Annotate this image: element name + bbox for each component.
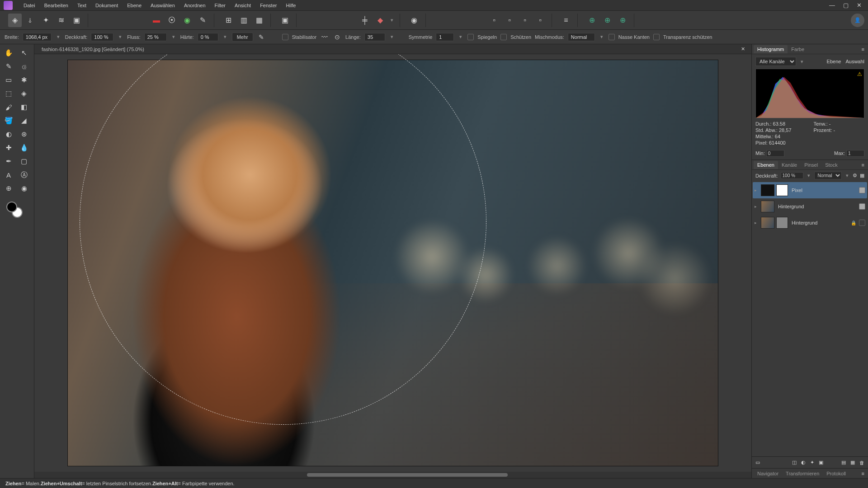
width-dropdown-icon[interactable]: ▾ bbox=[55, 34, 61, 40]
persona-export-icon[interactable]: ▣ bbox=[70, 14, 83, 27]
menu-anordnen[interactable]: Anordnen bbox=[179, 1, 210, 10]
arrange-dropdown-icon[interactable]: ▾ bbox=[389, 17, 395, 23]
align-icon[interactable]: ╪ bbox=[358, 14, 372, 27]
color-picker-icon[interactable]: ◉ bbox=[16, 182, 32, 195]
length-input[interactable] bbox=[364, 33, 385, 41]
mirror-checkbox[interactable] bbox=[467, 34, 474, 40]
persona-liquify-icon[interactable]: ⫰ bbox=[24, 14, 37, 27]
window-mode-icon[interactable]: ⊙ bbox=[333, 33, 342, 42]
more-button[interactable]: Mehr bbox=[232, 33, 253, 42]
layer-fx-icon[interactable]: ▭ bbox=[755, 460, 760, 465]
zoom-tool-icon[interactable]: ⊕ bbox=[1, 182, 16, 195]
menu-dokument[interactable]: Dokument bbox=[91, 1, 123, 10]
move-tool-icon[interactable]: ↖ bbox=[16, 46, 32, 60]
smart-select-icon[interactable]: ◈ bbox=[16, 87, 32, 100]
anchor-icon[interactable]: ≡ bbox=[559, 14, 573, 27]
brush-settings-icon[interactable]: ✎ bbox=[257, 33, 266, 42]
grid-row-icon[interactable]: ▦ bbox=[252, 14, 266, 27]
alpha-checkbox[interactable] bbox=[653, 34, 660, 40]
opacity-input[interactable] bbox=[91, 33, 113, 41]
canvas[interactable] bbox=[34, 54, 751, 472]
layer-mask-thumb[interactable] bbox=[776, 217, 788, 229]
layer-row[interactable]: ▸ Pixel bbox=[753, 182, 867, 198]
menu-text[interactable]: Text bbox=[73, 1, 91, 10]
document-tab[interactable]: fashion-6146328_1920.jpg [Geändert] (75.… bbox=[37, 45, 149, 53]
eyedropper-icon[interactable]: ⦿ bbox=[165, 14, 179, 27]
menu-auswaehlen[interactable]: Auswählen bbox=[146, 1, 179, 10]
menu-ebene[interactable]: Ebene bbox=[123, 1, 146, 10]
erase-tool-icon[interactable]: ◧ bbox=[16, 100, 32, 114]
add-layer-icon[interactable]: ⊕ bbox=[585, 14, 599, 27]
shape-tool-icon[interactable]: ▢ bbox=[16, 155, 32, 168]
minimize-icon[interactable]: — bbox=[829, 2, 835, 9]
persona-develop-icon[interactable]: ✦ bbox=[39, 14, 52, 27]
layers-panel-menu-icon[interactable]: ≡ bbox=[860, 162, 866, 168]
hardness-dropdown-icon[interactable]: ▾ bbox=[222, 34, 228, 40]
wet-checkbox[interactable] bbox=[609, 34, 615, 40]
mask-icon[interactable]: ▣ bbox=[278, 14, 292, 27]
layer-opacity-input[interactable] bbox=[781, 172, 803, 179]
menu-fenster[interactable]: Fenster bbox=[255, 1, 281, 10]
tab-kanaele[interactable]: Kanäle bbox=[778, 161, 801, 169]
layer-lock-icon[interactable]: 🔒 bbox=[850, 221, 857, 225]
add-layer2-icon[interactable]: ⊕ bbox=[600, 14, 614, 27]
max-input[interactable] bbox=[846, 150, 864, 157]
node-tool-icon[interactable]: ✎ bbox=[1, 60, 16, 73]
order-forward-icon[interactable]: ▫ bbox=[518, 14, 532, 27]
bottom-panel-menu-icon[interactable]: ≡ bbox=[860, 471, 866, 476]
grid-dots-icon[interactable]: ⊞ bbox=[222, 14, 235, 27]
symmetry-input[interactable] bbox=[436, 33, 454, 41]
menu-filter[interactable]: Filter bbox=[210, 1, 230, 10]
layer-expand-icon[interactable]: ▸ bbox=[755, 188, 759, 192]
layer-opt1-icon[interactable]: ⚙ bbox=[853, 173, 857, 178]
swatch-red-icon[interactable]: ▬ bbox=[150, 14, 163, 27]
hist-layer-link[interactable]: Ebene bbox=[827, 59, 841, 64]
length-dropdown-icon[interactable]: ▾ bbox=[389, 34, 395, 40]
heal-tool-icon[interactable]: ✚ bbox=[1, 141, 16, 155]
layer-mask-add-icon[interactable]: ◫ bbox=[792, 460, 797, 465]
gradient-tool-icon[interactable]: ◢ bbox=[16, 114, 32, 127]
layer-row[interactable]: ▸ Hintergrund bbox=[753, 198, 867, 215]
layer-visibility-checkbox[interactable] bbox=[859, 220, 865, 226]
horizontal-scrollbar[interactable] bbox=[34, 472, 751, 478]
layer-adj-icon[interactable]: ◐ bbox=[801, 460, 806, 465]
select-brush-icon[interactable]: ✱ bbox=[16, 73, 32, 87]
tab-transformieren[interactable]: Transformieren bbox=[782, 469, 823, 478]
layer-visibility-checkbox[interactable] bbox=[859, 187, 865, 193]
persona-photo-icon[interactable]: ◈ bbox=[8, 14, 22, 27]
color-swatch[interactable] bbox=[6, 202, 23, 218]
layer-add-icon[interactable]: ▤ bbox=[841, 460, 846, 465]
tab-farbe[interactable]: Farbe bbox=[788, 45, 808, 53]
hist-selection-link[interactable]: Auswahl bbox=[845, 59, 864, 64]
layer-visibility-checkbox[interactable] bbox=[859, 203, 865, 210]
paintbrush-icon[interactable]: 🖌 bbox=[1, 100, 16, 114]
layer-delete-icon[interactable]: 🗑 bbox=[859, 460, 864, 465]
crop-tool-icon[interactable]: ⟃ bbox=[16, 60, 32, 73]
close-icon[interactable]: ✕ bbox=[857, 2, 862, 9]
layer-group-icon[interactable]: ▣ bbox=[819, 460, 823, 465]
layer-name[interactable]: Hintergrund bbox=[776, 204, 857, 209]
tab-stock[interactable]: Stock bbox=[821, 161, 841, 169]
layer-add-pixel-icon[interactable]: ▦ bbox=[850, 460, 855, 465]
tab-pinsel[interactable]: Pinsel bbox=[801, 161, 821, 169]
layer-row[interactable]: ▸ Hintergrund 🔒 bbox=[753, 215, 867, 231]
layer-name[interactable]: Hintergrund bbox=[790, 220, 848, 225]
order-front-icon[interactable]: ▫ bbox=[533, 14, 547, 27]
add-layer3-icon[interactable]: ⊕ bbox=[616, 14, 629, 27]
symmetry-dropdown-icon[interactable]: ▾ bbox=[458, 34, 464, 40]
tab-ebenen[interactable]: Ebenen bbox=[754, 161, 778, 169]
layer-mask-thumb[interactable] bbox=[776, 184, 788, 196]
menu-bearbeiten[interactable]: Bearbeiten bbox=[40, 1, 73, 10]
rope-mode-icon[interactable]: 〰 bbox=[320, 33, 329, 42]
layer-opacity-dropdown-icon[interactable]: ▾ bbox=[806, 173, 811, 178]
dodge-tool-icon[interactable]: ◐ bbox=[1, 127, 16, 141]
quickfx-icon[interactable]: ◉ bbox=[407, 14, 421, 27]
persona-tonemap-icon[interactable]: ≋ bbox=[54, 14, 68, 27]
flow-dropdown-icon[interactable]: ▾ bbox=[170, 34, 177, 40]
hardness-input[interactable] bbox=[198, 33, 218, 41]
text-tool-icon[interactable]: A bbox=[1, 168, 16, 182]
channel-dropdown-icon[interactable]: ▾ bbox=[799, 59, 805, 65]
order-backward-icon[interactable]: ▫ bbox=[503, 14, 516, 27]
blur-tool-icon[interactable]: 💧 bbox=[16, 141, 32, 155]
tab-histogramm[interactable]: Histogramm bbox=[754, 45, 788, 53]
